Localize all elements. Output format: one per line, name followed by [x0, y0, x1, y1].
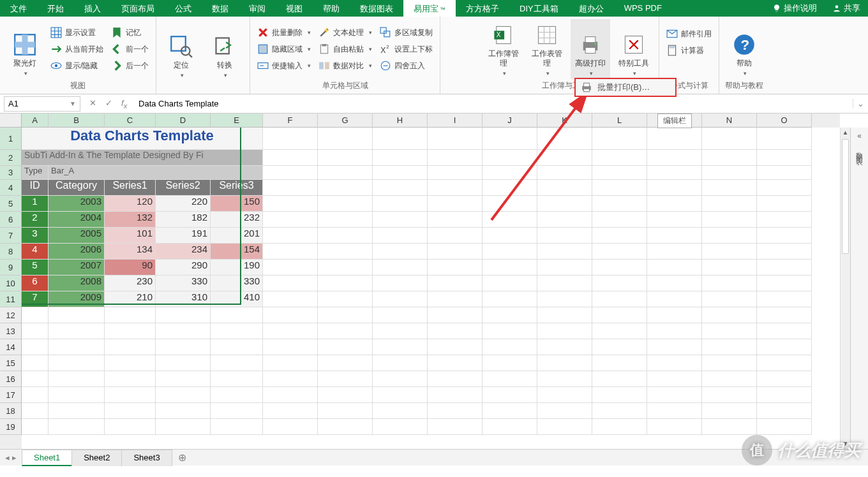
cell[interactable]	[537, 180, 592, 196]
cell[interactable]	[647, 291, 702, 307]
menu-tab-14[interactable]: WPS PDF	[614, 0, 672, 17]
table-header[interactable]: Series2	[156, 180, 211, 196]
fx-button[interactable]: fx	[121, 98, 127, 110]
cell[interactable]	[483, 166, 537, 180]
menu-tab-4[interactable]: 公式	[165, 0, 202, 17]
menu-tab-13[interactable]: 超办公	[569, 0, 614, 17]
cell[interactable]	[702, 150, 757, 166]
col-header-K[interactable]: K	[537, 114, 592, 128]
menu-tab-10[interactable]: 易用宝™	[403, 0, 456, 17]
cell[interactable]	[702, 128, 757, 150]
cell[interactable]	[263, 387, 318, 403]
cell[interactable]	[483, 291, 537, 307]
cell[interactable]	[702, 403, 757, 419]
cell[interactable]	[373, 150, 428, 166]
cell[interactable]	[318, 387, 373, 403]
cell[interactable]	[428, 244, 483, 260]
cell[interactable]	[757, 150, 812, 166]
cell[interactable]	[49, 307, 105, 323]
cell[interactable]	[702, 228, 757, 244]
cell[interactable]	[483, 196, 537, 212]
menu-tab-8[interactable]: 帮助	[313, 0, 350, 17]
cell[interactable]	[537, 339, 592, 355]
hidden-area-button[interactable]: 隐藏区域	[255, 43, 313, 55]
convert-button[interactable]: 转换	[205, 19, 244, 81]
cell[interactable]: 2004	[49, 212, 105, 228]
cell[interactable]: 90	[105, 260, 156, 275]
cell[interactable]: 232	[211, 212, 263, 228]
cell[interactable]	[22, 323, 49, 339]
cell[interactable]	[263, 244, 318, 260]
name-box[interactable]: A1▼	[4, 96, 80, 112]
cell[interactable]	[483, 244, 537, 260]
cell[interactable]	[318, 419, 373, 435]
cell[interactable]	[318, 150, 373, 166]
cell[interactable]	[483, 387, 537, 403]
cell[interactable]	[757, 196, 812, 212]
cell[interactable]	[373, 355, 428, 371]
menu-tab-7[interactable]: 视图	[276, 0, 313, 17]
cell[interactable]	[592, 244, 647, 260]
cell[interactable]	[263, 275, 318, 291]
menu-tab-1[interactable]: 开始	[37, 0, 74, 17]
cell[interactable]	[647, 180, 702, 196]
row-header-12[interactable]: 12	[0, 307, 22, 323]
cell[interactable]: 2003	[49, 196, 105, 212]
cell[interactable]	[373, 275, 428, 291]
cell[interactable]	[537, 150, 592, 166]
round-button[interactable]: 四舍五入	[378, 59, 435, 72]
row-header-18[interactable]: 18	[0, 403, 22, 419]
cell[interactable]	[483, 403, 537, 419]
cell[interactable]	[647, 128, 702, 150]
cell[interactable]: 132	[105, 212, 156, 228]
cell[interactable]	[483, 419, 537, 435]
cell[interactable]	[537, 355, 592, 371]
cell[interactable]	[647, 339, 702, 355]
vertical-scrollbar[interactable]: ▲ ▼	[840, 128, 850, 449]
superscript-button[interactable]: X2设置上下标	[378, 43, 435, 55]
menu-tab-3[interactable]: 页面布局	[111, 0, 165, 17]
cell[interactable]	[647, 307, 702, 323]
cell[interactable]	[483, 307, 537, 323]
cell[interactable]: 330	[156, 275, 211, 291]
cell[interactable]	[592, 371, 647, 387]
cell[interactable]	[757, 355, 812, 371]
table-header[interactable]: ID	[22, 180, 49, 196]
row-header-1[interactable]: 1	[0, 128, 22, 150]
row-header-19[interactable]: 19	[0, 419, 22, 435]
cell[interactable]	[592, 307, 647, 323]
cell[interactable]: 1	[22, 196, 49, 212]
cell[interactable]	[537, 275, 592, 291]
cell[interactable]: 182	[156, 212, 211, 228]
table-header[interactable]: Category	[49, 180, 105, 196]
cell[interactable]	[702, 260, 757, 275]
row-header-15[interactable]: 15	[0, 355, 22, 371]
cell[interactable]	[537, 212, 592, 228]
cell[interactable]	[318, 339, 373, 355]
cell[interactable]	[647, 244, 702, 260]
help-hint[interactable]: 操作说明	[765, 0, 825, 17]
cell[interactable]: 410	[211, 291, 263, 307]
cell[interactable]	[757, 371, 812, 387]
memory-button[interactable]: 记忆	[109, 26, 151, 39]
help-button[interactable]: ?帮助	[724, 19, 764, 79]
cell[interactable]: 134	[105, 244, 156, 260]
cell[interactable]	[483, 260, 537, 275]
col-header-E[interactable]: E	[211, 114, 263, 128]
cell[interactable]	[156, 355, 211, 371]
cell[interactable]	[702, 307, 757, 323]
cell[interactable]	[757, 387, 812, 403]
cell[interactable]	[211, 339, 263, 355]
cell[interactable]	[537, 419, 592, 435]
cell[interactable]	[263, 260, 318, 275]
cell[interactable]	[211, 355, 263, 371]
cell[interactable]: 120	[105, 196, 156, 212]
cell[interactable]	[483, 150, 537, 166]
cell[interactable]	[263, 212, 318, 228]
adv-print-button[interactable]: 高级打印	[571, 19, 610, 79]
cell[interactable]	[592, 355, 647, 371]
row-header-11[interactable]: 11	[0, 291, 22, 307]
cell[interactable]: 5	[22, 260, 49, 275]
cell[interactable]	[702, 291, 757, 307]
cell[interactable]	[318, 307, 373, 323]
